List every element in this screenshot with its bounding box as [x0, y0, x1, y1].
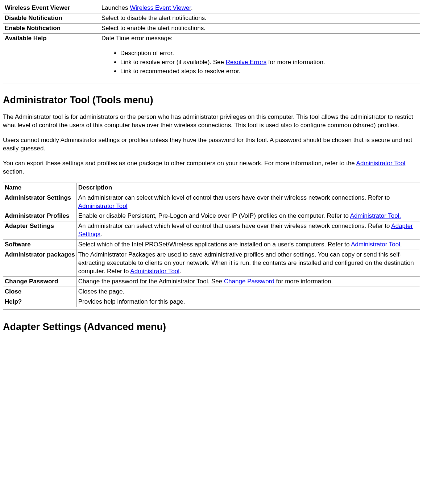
row-name: Adapter Settings: [3, 221, 77, 240]
table-admin-tool: Name Description Administrator Settings …: [3, 183, 420, 307]
text: Link to resolve error (if available). Se…: [120, 59, 226, 66]
text: Change the password for the Administrato…: [78, 278, 224, 285]
text: for more information.: [266, 59, 325, 66]
table-notifications: Wireless Event Viewer Launches Wireless …: [3, 3, 420, 83]
table-row: Available Help Date Time error message: …: [3, 33, 420, 83]
link-administrator-tool[interactable]: Administrator Tool.: [350, 212, 401, 219]
table-row: Enable Notification Select to enable the…: [3, 23, 420, 33]
row-desc: Date Time error message: Description of …: [100, 33, 420, 83]
row-desc: Select to disable the alert notification…: [100, 13, 420, 23]
table-row: Administrator packages The Administrator…: [3, 250, 420, 277]
text: .: [179, 268, 181, 275]
table-row: Disable Notification Select to disable t…: [3, 13, 420, 23]
row-desc: An administrator can select which level …: [76, 221, 420, 240]
row-desc: The Administrator Packages are used to s…: [76, 250, 420, 277]
row-name: Change Password: [3, 277, 77, 287]
table-row: Adapter Settings An administrator can se…: [3, 221, 420, 240]
row-desc: Change the password for the Administrato…: [76, 277, 420, 287]
link-administrator-tool[interactable]: Administrator Tool: [351, 241, 400, 248]
paragraph: Users cannot modify Administrator settin…: [3, 136, 420, 153]
table-row: Help? Provides help information for this…: [3, 297, 420, 307]
text: Select which of the Intel PROSet/Wireles…: [78, 241, 351, 248]
text: Enable or disable Persistent, Pre-Logon …: [78, 212, 350, 219]
text: Launches: [101, 4, 130, 11]
row-desc: An administrator can select which level …: [76, 193, 420, 211]
text: An administrator can select which level …: [78, 194, 390, 201]
row-name: Close: [3, 287, 77, 297]
text: An administrator can select which level …: [78, 222, 391, 229]
row-desc: Closes the page.: [76, 287, 420, 297]
help-list: Description of error. Link to resolve er…: [101, 49, 418, 76]
row-desc: Select which of the Intel PROSet/Wireles…: [76, 240, 420, 250]
link-change-password[interactable]: Change Password: [224, 278, 276, 285]
row-name: Administrator Settings: [3, 193, 77, 211]
row-name: Administrator Profiles: [3, 211, 77, 221]
table-row: Change Password Change the password for …: [3, 277, 420, 287]
list-item: Description of error.: [120, 49, 418, 58]
help-intro: Date Time error message:: [101, 35, 173, 42]
table-row: Administrator Settings An administrator …: [3, 193, 420, 211]
heading-admin-tool: Administrator Tool (Tools menu): [3, 93, 420, 107]
link-wireless-event-viewer[interactable]: Wireless Event Viewer: [130, 4, 191, 11]
link-resolve-errors[interactable]: Resolve Errors: [226, 59, 266, 66]
table-header-row: Name Description: [3, 183, 420, 193]
text: The Administrator Packages are used to s…: [78, 251, 414, 275]
link-administrator-tool[interactable]: Administrator Tool: [78, 203, 128, 209]
row-name: Administrator packages: [3, 250, 77, 277]
text: section.: [3, 168, 24, 175]
row-desc: Provides help information for this page.: [76, 297, 420, 307]
paragraph: You can export these settings and profil…: [3, 159, 420, 176]
table-row: Administrator Profiles Enable or disable…: [3, 211, 420, 221]
list-item: Link to resolve error (if available). Se…: [120, 58, 418, 67]
row-desc: Launches Wireless Event Viewer.: [100, 3, 420, 13]
divider: [3, 309, 420, 310]
row-desc: Select to enable the alert notifications…: [100, 23, 420, 33]
list-item: Link to recommended steps to resolve err…: [120, 67, 418, 76]
link-administrator-tool[interactable]: Administrator Tool: [130, 268, 179, 275]
row-desc: Enable or disable Persistent, Pre-Logon …: [76, 211, 420, 221]
col-header-name: Name: [3, 183, 77, 193]
table-row: Close Closes the page.: [3, 287, 420, 297]
row-name: Help?: [3, 297, 77, 307]
row-name: Wireless Event Viewer: [3, 3, 100, 13]
row-name: Enable Notification: [3, 23, 100, 33]
text: .: [100, 231, 102, 238]
text: You can export these settings and profil…: [3, 160, 356, 167]
text: .: [191, 4, 193, 11]
row-name: Disable Notification: [3, 13, 100, 23]
row-name: Software: [3, 240, 77, 250]
row-name: Available Help: [3, 33, 100, 83]
col-header-desc: Description: [76, 183, 420, 193]
paragraph: The Administrator tool is for administra…: [3, 113, 420, 130]
text: .: [400, 241, 402, 248]
col-header-desc-text: Description: [78, 184, 112, 191]
text: for more information.: [276, 278, 333, 285]
heading-adapter-settings: Adapter Settings (Advanced menu): [3, 320, 420, 333]
link-administrator-tool[interactable]: Administrator Tool: [356, 160, 406, 167]
table-row: Wireless Event Viewer Launches Wireless …: [3, 3, 420, 13]
table-row: Software Select which of the Intel PROSe…: [3, 240, 420, 250]
